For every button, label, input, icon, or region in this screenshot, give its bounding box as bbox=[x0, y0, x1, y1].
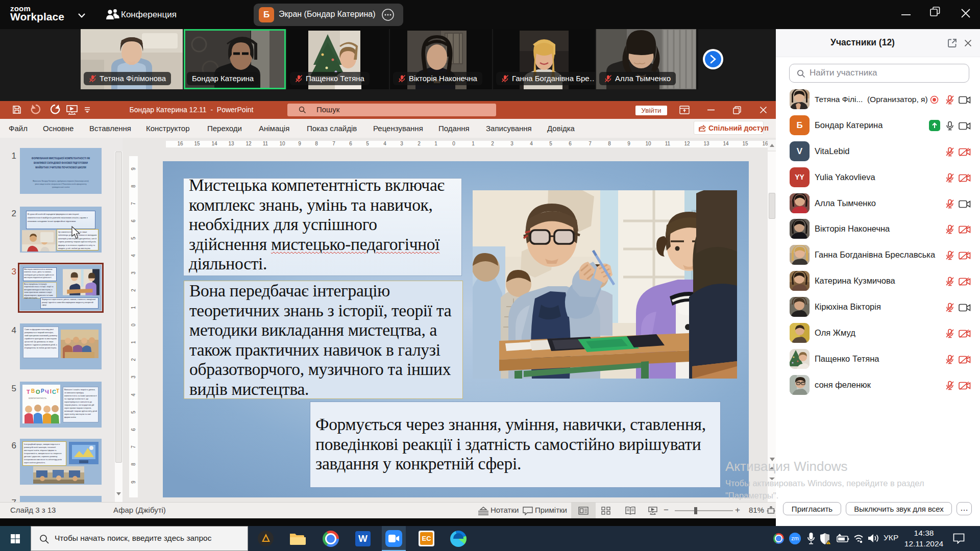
svg-text:С: С bbox=[52, 389, 56, 395]
svg-text:І: І bbox=[50, 389, 52, 394]
svg-text:В: В bbox=[31, 388, 35, 394]
svg-text:Т: Т bbox=[56, 388, 59, 394]
svg-text:!: ! bbox=[828, 541, 829, 544]
svg-text:О: О bbox=[36, 389, 40, 395]
svg-text:компетентність: компетентність bbox=[29, 396, 47, 399]
svg-text:Т: Т bbox=[27, 389, 30, 395]
svg-text:Ч: Ч bbox=[45, 389, 49, 395]
svg-text:Р: Р bbox=[41, 388, 44, 394]
